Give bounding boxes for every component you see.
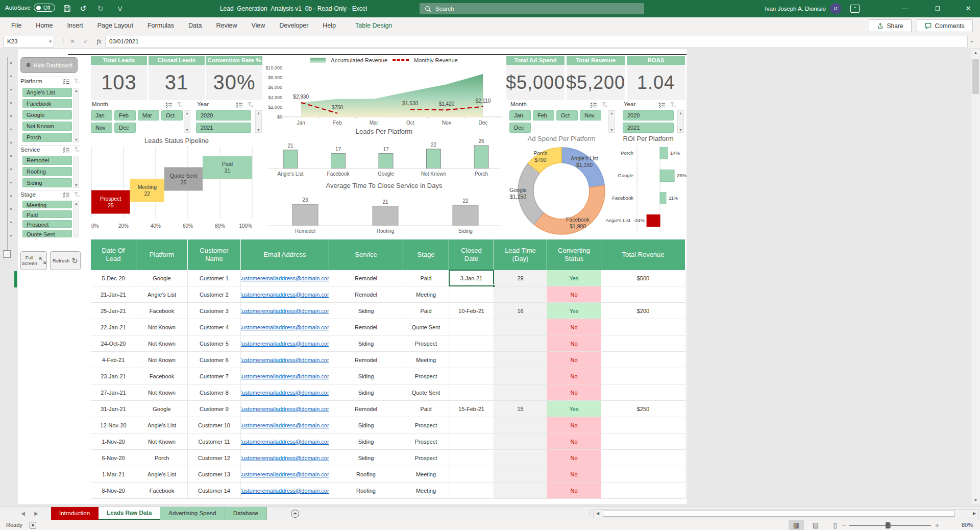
table-cell[interactable]: No <box>547 483 601 499</box>
ribbon-tab-help[interactable]: Help <box>315 17 343 34</box>
table-cell[interactable]: 1-Mar-21 <box>91 466 136 483</box>
email-link[interactable]: Customeremailaddress@domain.com <box>241 488 329 494</box>
search-input[interactable]: Search <box>420 3 644 14</box>
platform-slicer-item[interactable]: Angie's List <box>22 88 72 97</box>
table-cell[interactable] <box>449 483 494 499</box>
autosave-switch[interactable]: Off <box>34 4 55 12</box>
column-header[interactable]: Total Revenue <box>601 239 685 270</box>
scroll-left-icon[interactable]: ◀ <box>594 510 602 518</box>
zoom-in-icon[interactable]: + <box>935 521 939 529</box>
table-cell[interactable]: 10-Feb-21 <box>449 303 494 319</box>
ribbon-tab-home[interactable]: Home <box>29 17 60 34</box>
month-button[interactable]: Nov <box>580 110 601 121</box>
table-cell[interactable]: Not Known <box>136 433 188 450</box>
table-cell[interactable]: 8-Nov-20 <box>91 483 136 499</box>
table-cell[interactable]: No <box>547 286 601 303</box>
column-header[interactable]: Platform <box>136 239 188 270</box>
table-cell[interactable] <box>601 417 685 433</box>
ribbon-tab-page-layout[interactable]: Page Layout <box>90 17 140 34</box>
table-cell[interactable]: 25-Jan-21 <box>91 303 136 319</box>
email-link[interactable]: Customeremailaddress@domain.com <box>241 324 329 330</box>
table-cell[interactable]: Customeremailaddress@domain.com <box>241 352 329 368</box>
zoom-slider-thumb[interactable] <box>886 522 890 528</box>
month-button[interactable]: Oct <box>556 110 578 121</box>
column-header[interactable]: Stage <box>403 239 449 270</box>
avg-time-to-close-chart[interactable]: 23Remodel21Roofing22Siding <box>265 190 503 237</box>
table-cell[interactable] <box>601 352 685 368</box>
table-cell[interactable]: 15-Feb-21 <box>449 401 494 417</box>
email-link[interactable]: Customeremailaddress@domain.com <box>241 373 329 379</box>
table-cell[interactable] <box>601 286 685 303</box>
year-button[interactable]: 2021 <box>623 123 674 133</box>
table-cell[interactable]: 1-Nov-20 <box>91 433 136 450</box>
selected-cell-outline[interactable] <box>449 270 494 286</box>
minimize-button[interactable]: — <box>892 0 918 17</box>
email-link[interactable]: Customeremailaddress@domain.com <box>241 439 329 445</box>
multi-select-icon[interactable] <box>658 101 666 110</box>
table-cell[interactable]: Paid <box>403 401 449 417</box>
column-header[interactable]: Service <box>329 239 403 270</box>
table-cell[interactable]: Roofing <box>329 483 403 499</box>
table-cell[interactable]: Remodel <box>329 319 403 335</box>
table-cell[interactable]: Facebook <box>136 368 188 384</box>
column-header[interactable]: Lead Time (Day) <box>494 239 547 270</box>
table-cell[interactable]: $500 <box>601 270 685 286</box>
table-cell[interactable]: 15 <box>494 401 547 417</box>
table-cell[interactable]: 16 <box>494 303 547 319</box>
table-cell[interactable]: No <box>547 335 601 352</box>
table-cell[interactable]: $200 <box>601 303 685 319</box>
table-cell[interactable] <box>449 368 494 384</box>
vertical-scrollbar-thumb[interactable] <box>972 59 979 94</box>
table-cell[interactable]: 12-Nov-20 <box>91 417 136 433</box>
table-cell[interactable]: Facebook <box>136 303 188 319</box>
vertical-scrollbar[interactable]: ▲ ▼ <box>971 49 980 504</box>
table-cell[interactable]: Customer 11 <box>188 433 241 450</box>
stage-slicer-item[interactable]: Meeting <box>22 201 72 208</box>
service-slicer-item[interactable]: Roofing <box>22 167 72 176</box>
table-cell[interactable]: Customeremailaddress@domain.com <box>241 384 329 401</box>
table-cell[interactable]: Customer 2 <box>188 286 241 303</box>
table-cell[interactable]: Siding <box>329 433 403 450</box>
ribbon-display-options-icon[interactable]: ⌃ <box>850 5 860 13</box>
month-slicer-scrollbar[interactable]: ▲▼ <box>608 110 615 133</box>
email-link[interactable]: Customeremailaddress@domain.com <box>241 455 329 461</box>
table-cell[interactable]: $250 <box>601 401 685 417</box>
sheet-nav-right-icon[interactable]: ▶ <box>31 507 42 520</box>
table-cell[interactable]: Roofing <box>329 466 403 483</box>
month-button[interactable]: Jan <box>509 110 531 121</box>
autosave-toggle[interactable]: AutoSave Off <box>5 4 55 12</box>
table-cell[interactable]: Quote Sent <box>403 319 449 335</box>
service-slicer-scrollbar[interactable]: ▼ <box>74 156 79 188</box>
table-cell[interactable]: 31-Jan-21 <box>91 401 136 417</box>
table-cell[interactable] <box>494 335 547 352</box>
name-box[interactable]: K23▾ <box>3 36 54 47</box>
table-cell[interactable] <box>449 352 494 368</box>
table-cell[interactable]: Yes <box>547 303 601 319</box>
table-cell[interactable] <box>494 483 547 499</box>
refresh-button[interactable]: Refresh ↻ <box>50 251 81 270</box>
restore-button[interactable]: ❐ <box>925 0 950 17</box>
table-cell[interactable]: Paid <box>403 270 449 286</box>
table-cell[interactable]: Customeremailaddress@domain.com <box>241 466 329 483</box>
table-cell[interactable]: 22-Jan-21 <box>91 319 136 335</box>
table-cell[interactable] <box>494 384 547 401</box>
leads-status-pipeline-chart[interactable]: 0%20%40%60%80%100%Prospect25Meeting22Quo… <box>91 146 264 238</box>
page-break-view-icon[interactable]: ▯ <box>827 520 843 530</box>
column-header[interactable]: Date Of Lead <box>91 239 136 270</box>
scroll-down-icon[interactable]: ▼ <box>971 498 980 502</box>
table-cell[interactable]: Customeremailaddress@domain.com <box>241 319 329 335</box>
page-layout-view-icon[interactable]: ▤ <box>808 520 823 530</box>
table-cell[interactable]: 6-Nov-20 <box>91 450 136 466</box>
table-cell[interactable]: Prospect <box>403 417 449 433</box>
table-cell[interactable] <box>601 368 685 384</box>
table-cell[interactable] <box>601 335 685 352</box>
table-cell[interactable]: Meeting <box>403 286 449 303</box>
table-cell[interactable]: No <box>547 319 601 335</box>
email-link[interactable]: Customeremailaddress@domain.com <box>241 357 329 363</box>
zoom-out-icon[interactable]: − <box>842 521 846 529</box>
month-button[interactable]: Jan <box>91 110 112 121</box>
table-cell[interactable]: Meeting <box>403 466 449 483</box>
ribbon-tab-view[interactable]: View <box>244 17 272 34</box>
column-header[interactable]: Customer Name <box>188 239 241 270</box>
email-link[interactable]: Customeremailaddress@domain.com <box>241 275 329 281</box>
